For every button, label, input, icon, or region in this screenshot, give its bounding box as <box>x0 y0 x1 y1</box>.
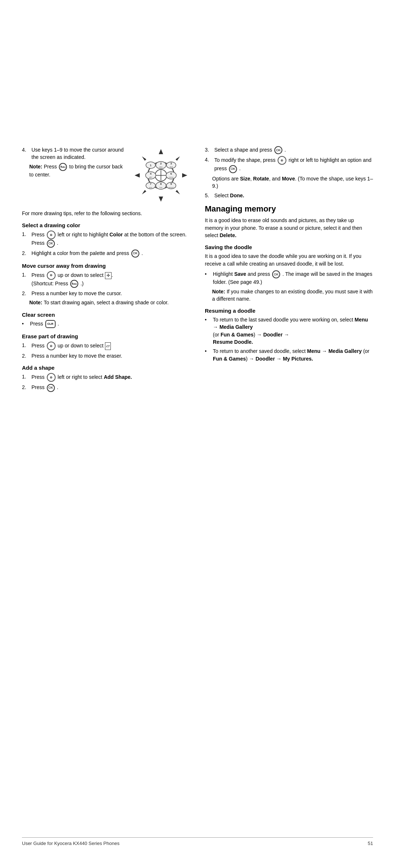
step2-num-ep: 2. <box>22 352 29 359</box>
doodler-bold2: Doodler <box>256 356 275 362</box>
erase-step1: 1. Press ⊕ up or down to select ▱ <box>22 342 190 350</box>
my-pictures-bold: My Pictures. <box>283 356 313 362</box>
step1-text: Press ⊕ left or right to highlight Color… <box>31 231 190 247</box>
add-shape-heading: Add a shape <box>22 365 190 371</box>
note-text-mc2: To start drawing again, select a drawing… <box>44 300 169 305</box>
media-gallery-bold2: Media Gallery <box>328 348 362 354</box>
step5-num-r: 5. <box>205 192 212 199</box>
step1-text-as: Press ⊕ left or right to select Add Shap… <box>31 373 190 382</box>
fun-games-bold2: Fun & Games <box>213 356 246 362</box>
select-color-step2: 2. Highlight a color from the palette an… <box>22 250 190 258</box>
svg-text:4: 4 <box>150 172 152 175</box>
footer-right: 51 <box>368 841 373 846</box>
step4-text-r: To modify the shape, press ⊕ right or le… <box>214 156 373 173</box>
resuming-bullet2: • To return to another saved doodle, sel… <box>205 347 373 362</box>
ok-icon-sd: OK <box>272 270 280 278</box>
saving-doodle-heading: Saving the doodle <box>205 244 373 250</box>
step4-block: 4. Use keys 1–9 to move the cursor aroun… <box>22 146 124 161</box>
step2-num-as: 2. <box>22 384 29 392</box>
managing-memory-intro: It is a good idea to erase old sounds an… <box>205 217 373 239</box>
done-bold: Done. <box>230 193 244 198</box>
eraser-icon: ▱ <box>105 342 111 350</box>
move-cursor-step1: 1. Press ⊕ up or down to select ✛. (Shor… <box>22 271 190 288</box>
step4-text: Use keys 1–9 to move the cursor around t… <box>31 146 124 161</box>
svg-marker-6 <box>142 190 146 194</box>
bullet-dot-rd2: • <box>205 347 211 362</box>
step1-text-ep: Press ⊕ up or down to select ▱ <box>31 342 190 350</box>
note-label-mc: Note: <box>29 300 42 305</box>
right-column: 3. Select a shape and press OK . 4. To m… <box>205 146 373 394</box>
color-bold: Color <box>109 232 123 237</box>
intro-text: For more drawing tips, refer to the foll… <box>22 210 190 217</box>
nav-icon-1: ⊕ <box>47 231 56 239</box>
svg-text:1: 1 <box>150 164 152 167</box>
svg-text:8: 8 <box>160 182 162 186</box>
note-text: Press <box>44 164 59 170</box>
saving-doodle-intro: It is a good idea to save the doodle whi… <box>205 252 373 267</box>
svg-text:prs: prs <box>149 186 152 189</box>
nav-icon-4: ⊕ <box>47 373 56 382</box>
top-spacer <box>22 22 373 146</box>
clear-icon: CLR <box>45 320 56 328</box>
step2-text-mc: Press a number key to move the cursor. <box>31 290 190 297</box>
size-bold: Size <box>240 176 250 182</box>
svg-text:tuv: tuv <box>159 186 162 189</box>
clear-screen-text: Press CLR . <box>30 320 59 328</box>
page-footer: User Guide for Kyocera KX440 Series Phon… <box>22 837 373 846</box>
bullet-dot-sd: • <box>205 270 211 286</box>
resume-doodle-bold: Resume Doodle. <box>213 339 253 345</box>
svg-text:6: 6 <box>170 172 172 175</box>
fun-games-bold1: Fun & Games <box>221 332 253 338</box>
diagram-area: 4. Use keys 1–9 to move the cursor aroun… <box>22 146 190 205</box>
step-num-4: 4. <box>22 146 29 161</box>
step3-num-r: 3. <box>205 146 212 154</box>
crosshair-icon: ✛ <box>105 272 112 279</box>
add-shape-bold: Add Shape. <box>104 374 132 380</box>
note-text-sd2: If you make changes to an existing doodl… <box>212 289 373 302</box>
nav-icon-r1: ⊕ <box>278 156 286 165</box>
bullet-dot: • <box>22 320 28 328</box>
svg-text:ghi: ghi <box>149 176 152 178</box>
nav-icon-2: ⊕ <box>47 271 56 280</box>
right-step3: 3. Select a shape and press OK . <box>205 146 373 154</box>
svg-text:mno: mno <box>169 176 173 178</box>
svg-marker-5 <box>176 156 180 161</box>
step1-num-ep: 1. <box>22 342 29 350</box>
right-step4: 4. To modify the shape, press ⊕ right or… <box>205 156 373 173</box>
right-step5: 5. Select Done. <box>205 192 373 199</box>
select-color-step1: 1. Press ⊕ left or right to highlight Co… <box>22 231 190 247</box>
ok-icon-r2: OK <box>229 165 237 173</box>
ok-icon-r1: OK <box>274 146 282 154</box>
step1-num-as: 1. <box>22 373 29 382</box>
note-label: Note: <box>29 164 42 170</box>
step2-num-mc: 2. <box>22 290 29 297</box>
saving-doodle-note: Note: If you make changes to an existing… <box>205 288 373 303</box>
add-shape-step1: 1. Press ⊕ left or right to select Add S… <box>22 373 190 382</box>
diagram-text: 4. Use keys 1–9 to move the cursor aroun… <box>22 146 124 180</box>
bullet-dot-rd1: • <box>205 316 211 346</box>
saving-doodle-bullet: • Highlight Save and press OK . The imag… <box>205 270 373 286</box>
select-drawing-color-heading: Select a drawing color <box>22 222 190 228</box>
clear-screen-heading: Clear screen <box>22 312 190 318</box>
svg-marker-3 <box>182 173 187 178</box>
svg-text:3: 3 <box>170 162 172 165</box>
erase-part-heading: Erase part of drawing <box>22 333 190 339</box>
step1-num: 1. <box>22 231 29 247</box>
note-block: Note: Press 5abc to bring the cursor bac… <box>22 163 124 179</box>
step4-num-r: 4. <box>205 156 212 173</box>
resuming-doodle-heading: Resuming a doodle <box>205 308 373 314</box>
left-column: 4. Use keys 1–9 to move the cursor aroun… <box>22 146 190 394</box>
step3-text-r: Select a shape and press OK . <box>214 146 373 154</box>
step2-text-ep: Press a number key to move the eraser. <box>31 352 190 359</box>
step1-num-mc: 1. <box>22 271 29 288</box>
menu-bold2: Menu <box>307 348 321 354</box>
add-shape-step2: 2. Press OK . <box>22 384 190 392</box>
content-area: 4. Use keys 1–9 to move the cursor aroun… <box>22 146 373 394</box>
ok-icon-3: OK <box>47 384 55 392</box>
right-step4-options: Options are Size, Rotate, and Move. (To … <box>205 175 373 190</box>
doodler-bold1: Doodler <box>263 332 283 338</box>
media-gallery-bold1: Media Gallery <box>219 324 253 330</box>
svg-marker-1 <box>159 197 163 202</box>
note-label-sd: Note: <box>212 289 225 294</box>
move-bold: Move <box>282 176 295 182</box>
